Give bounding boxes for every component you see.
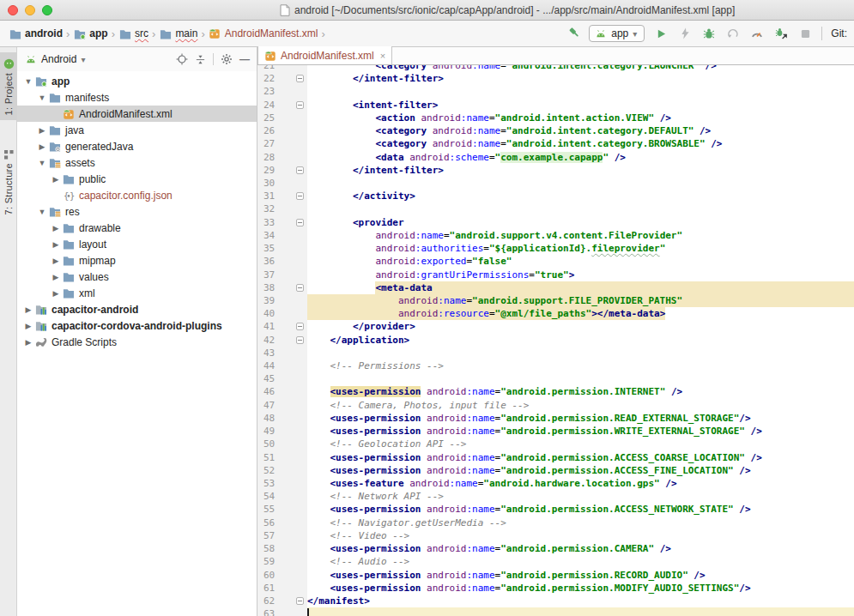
code-line-50[interactable]: 50 <!-- Geolocation API --> (257, 438, 854, 450)
code-line-30[interactable]: 30 (257, 177, 854, 190)
collapse-all-button[interactable] (193, 52, 207, 66)
tree-collapse-arrow-icon[interactable]: ▼ (36, 94, 48, 102)
code-line-24[interactable]: 24 <intent-filter> (257, 99, 854, 112)
locate-file-button[interactable] (175, 52, 189, 66)
tree-item-xml[interactable]: ▶xml (17, 285, 257, 301)
code-line-38[interactable]: 38 <meta-data (257, 281, 854, 294)
code-line-63[interactable]: 63 (257, 607, 854, 616)
fold-marker-icon[interactable] (296, 75, 304, 82)
tree-expand-arrow-icon[interactable]: ▶ (50, 224, 62, 233)
tree-item-public[interactable]: ▶public (17, 171, 257, 187)
code-line-34[interactable]: 34 android:name="android.support.v4.cont… (257, 229, 854, 242)
hide-tool-window-button[interactable]: — (238, 52, 251, 66)
fold-marker-icon[interactable] (296, 323, 304, 330)
debug-button[interactable] (701, 26, 717, 41)
code-line-40[interactable]: 40 android:resource="@xml/file_paths"></… (257, 307, 854, 320)
fold-marker-icon[interactable] (296, 219, 304, 226)
code-line-23[interactable]: 23 (257, 85, 854, 98)
code-line-39[interactable]: 39 android:name="android.support.FILE_PR… (257, 294, 854, 307)
tree-item-androidmanifest-xml[interactable]: AndroidManifest.xml (17, 106, 257, 122)
code-line-21[interactable]: 21 <category android:name="android.inten… (257, 65, 854, 72)
code-line-36[interactable]: 36 android:exported="false" (257, 255, 854, 268)
code-line-31[interactable]: 31 </activity> (257, 190, 854, 202)
tree-collapse-arrow-icon[interactable]: ▼ (22, 77, 34, 86)
editor-tab-androidmanifest[interactable]: AndroidManifest.xml × (257, 46, 392, 64)
fold-marker-icon[interactable] (296, 192, 304, 200)
zoom-window-button[interactable] (42, 5, 52, 15)
tree-item-drawable[interactable]: ▶drawable (17, 220, 257, 236)
attach-debugger-button[interactable] (773, 26, 789, 41)
run-button[interactable] (653, 26, 669, 41)
code-line-57[interactable]: 57 <!-- Video --> (257, 529, 854, 542)
fold-marker-icon[interactable] (296, 336, 304, 344)
tree-expand-arrow-icon[interactable]: ▶ (22, 338, 34, 347)
tree-expand-arrow-icon[interactable]: ▶ (36, 142, 48, 151)
tree-expand-arrow-icon[interactable]: ▶ (22, 305, 34, 314)
breadcrumb-main[interactable]: main (159, 27, 197, 39)
code-line-44[interactable]: 44 <!-- Permissions --> (257, 359, 854, 372)
code-line-37[interactable]: 37 android:grantUriPermissions="true"> (257, 269, 854, 281)
code-line-32[interactable]: 32 (257, 202, 854, 215)
tree-expand-arrow-icon[interactable]: ▶ (50, 273, 62, 281)
code-line-29[interactable]: 29 </intent-filter> (257, 164, 854, 177)
code-line-43[interactable]: 43 (257, 347, 854, 359)
fold-marker-icon[interactable] (296, 101, 304, 109)
breadcrumb-manifest[interactable]: AndroidManifest.xml (209, 27, 318, 39)
tree-item-manifests[interactable]: ▼manifests (17, 89, 257, 106)
tool-window-tab-project[interactable]: 1: Project (0, 52, 17, 120)
code-line-33[interactable]: 33 <provider (257, 216, 854, 229)
code-line-60[interactable]: 60 <uses-permission android:name="androi… (257, 569, 854, 582)
tree-item-app[interactable]: ▼app (17, 73, 257, 89)
code-line-27[interactable]: 27 <category android:name="android.inten… (257, 137, 854, 150)
tree-item-capacitor-android[interactable]: ▶capacitor-android (17, 301, 257, 317)
code-line-58[interactable]: 58 <uses-permission android:name="androi… (257, 542, 854, 555)
code-line-49[interactable]: 49 <uses-permission android:name="androi… (257, 425, 854, 438)
tree-item-gradle-scripts[interactable]: ▶Gradle Scripts (17, 334, 257, 350)
code-line-51[interactable]: 51 <uses-permission android:name="androi… (257, 451, 854, 464)
code-line-61[interactable]: 61 <uses-permission android:name="androi… (257, 582, 854, 595)
run-configuration-select[interactable]: app ▾ (589, 25, 645, 42)
minimize-window-button[interactable] (25, 5, 35, 15)
tree-collapse-arrow-icon[interactable]: ▼ (36, 159, 48, 167)
tree-expand-arrow-icon[interactable]: ▶ (50, 240, 62, 249)
code-line-42[interactable]: 42 </application> (257, 334, 854, 347)
tree-expand-arrow-icon[interactable]: ▶ (36, 126, 48, 135)
tree-item-capacitor-cordova-android-plugins[interactable]: ▶capacitor-cordova-android-plugins (17, 317, 257, 334)
tree-expand-arrow-icon[interactable]: ▶ (50, 257, 62, 265)
code-line-45[interactable]: 45 (257, 372, 854, 385)
tree-expand-arrow-icon[interactable]: ▶ (50, 289, 62, 298)
settings-gear-icon[interactable] (220, 52, 233, 66)
tool-window-tab-structure[interactable]: 7: Structure (0, 148, 17, 214)
code-line-62[interactable]: 62</manifest> (257, 595, 854, 607)
close-tab-icon[interactable]: × (379, 51, 385, 61)
close-window-button[interactable] (8, 5, 18, 15)
code-line-48[interactable]: 48 <uses-permission android:name="androi… (257, 412, 854, 425)
fold-marker-icon[interactable] (296, 284, 304, 292)
code-line-26[interactable]: 26 <category android:name="android.inten… (257, 124, 854, 137)
tree-item-capacitor-config-json[interactable]: {}capacitor.config.json (17, 187, 257, 203)
tree-item-generatedjava[interactable]: ▶generatedJava (17, 138, 257, 154)
tree-collapse-arrow-icon[interactable]: ▼ (36, 208, 48, 216)
code-line-52[interactable]: 52 <uses-permission android:name="androi… (257, 464, 854, 477)
breadcrumb-android[interactable]: android (9, 27, 63, 39)
tree-expand-arrow-icon[interactable]: ▶ (22, 322, 34, 330)
tree-item-res[interactable]: ▼res (17, 203, 257, 220)
code-line-53[interactable]: 53 <uses-feature android:name="android.h… (257, 477, 854, 490)
code-line-35[interactable]: 35 android:authorities="${applicationId}… (257, 242, 854, 255)
code-line-41[interactable]: 41 </provider> (257, 320, 854, 333)
project-view-selector[interactable]: Android (41, 53, 76, 65)
profiler-button[interactable] (749, 26, 765, 41)
code-line-56[interactable]: 56 <!-- Navigator.getUserMedia --> (257, 516, 854, 529)
code-line-25[interactable]: 25 <action android:name="android.intent.… (257, 112, 854, 124)
code-line-46[interactable]: 46 <uses-permission android:name="androi… (257, 385, 854, 398)
tree-expand-arrow-icon[interactable]: ▶ (50, 175, 62, 184)
fold-marker-icon[interactable] (296, 166, 304, 174)
code-line-47[interactable]: 47 <!-- Camera, Photos, input file --> (257, 399, 854, 412)
code-line-54[interactable]: 54 <!-- Network API --> (257, 490, 854, 503)
code-line-55[interactable]: 55 <uses-permission android:name="androi… (257, 503, 854, 516)
code-editor[interactable]: 21 <category android:name="android.inten… (257, 65, 854, 616)
fold-marker-icon[interactable] (296, 597, 304, 605)
tree-item-layout[interactable]: ▶layout (17, 236, 257, 252)
code-line-22[interactable]: 22 </intent-filter> (257, 72, 854, 85)
breadcrumb-src[interactable]: src (118, 27, 148, 39)
